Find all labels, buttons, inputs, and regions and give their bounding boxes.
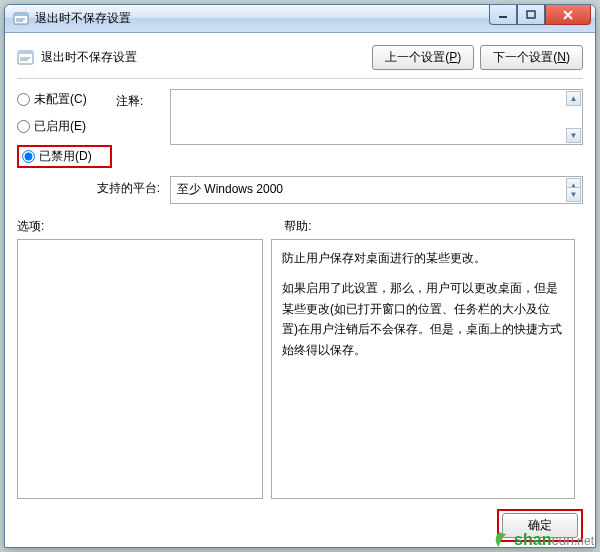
svg-rect-7: [18, 51, 33, 54]
window-controls: [489, 5, 595, 25]
page-title: 退出时不保存设置: [41, 49, 137, 66]
comment-label: 注释:: [116, 89, 166, 110]
radio-not-configured-input[interactable]: [17, 93, 30, 106]
radio-not-configured[interactable]: 未配置(C): [17, 91, 112, 108]
comment-textarea[interactable]: ▲ ▼: [170, 89, 583, 145]
options-panel: [17, 239, 263, 499]
help-label: 帮助:: [284, 218, 311, 235]
scroll-down-icon[interactable]: ▼: [566, 128, 581, 143]
minimize-button[interactable]: [489, 5, 517, 25]
help-panel: 防止用户保存对桌面进行的某些更改。 如果启用了此设置，那么，用户可以更改桌面，但…: [271, 239, 575, 499]
titlebar[interactable]: 退出时不保存设置: [5, 5, 595, 33]
highlight-disabled: 已禁用(D): [17, 145, 112, 168]
prev-setting-button[interactable]: 上一个设置(P): [372, 45, 474, 70]
page-icon: [17, 49, 35, 67]
radio-enabled-input[interactable]: [17, 120, 30, 133]
radio-disabled[interactable]: 已禁用(D): [22, 148, 92, 165]
scroll-down-icon[interactable]: ▼: [566, 187, 581, 202]
svg-rect-1: [14, 13, 28, 16]
svg-rect-4: [499, 16, 507, 18]
platform-box: 至少 Windows 2000 ▲ ▼: [170, 176, 583, 204]
options-label: 选项:: [17, 218, 44, 235]
radio-enabled[interactable]: 已启用(E): [17, 118, 112, 135]
client-area: 退出时不保存设置 上一个设置(P) 下一个设置(N) 未配置(C) 已启用(E): [5, 33, 595, 552]
window-title: 退出时不保存设置: [35, 10, 131, 27]
dialog-window: 退出时不保存设置 退出时不保存设置 上一个设置(P) 下一个设置(N): [4, 4, 596, 548]
scroll-up-icon[interactable]: ▲: [566, 91, 581, 106]
next-setting-button[interactable]: 下一个设置(N): [480, 45, 583, 70]
close-button[interactable]: [545, 5, 591, 25]
maximize-button[interactable]: [517, 5, 545, 25]
platform-label: 支持的平台:: [17, 176, 166, 197]
watermark: shancun.net: [490, 530, 594, 550]
platform-value: 至少 Windows 2000: [177, 181, 283, 198]
separator: [17, 78, 583, 79]
radio-disabled-input[interactable]: [22, 150, 35, 163]
help-text-1: 防止用户保存对桌面进行的某些更改。: [282, 248, 564, 268]
leaf-icon: [490, 530, 510, 550]
svg-rect-5: [527, 11, 535, 18]
help-text-2: 如果启用了此设置，那么，用户可以更改桌面，但是某些更改(如已打开窗口的位置、任务…: [282, 278, 564, 360]
app-icon: [13, 11, 29, 27]
